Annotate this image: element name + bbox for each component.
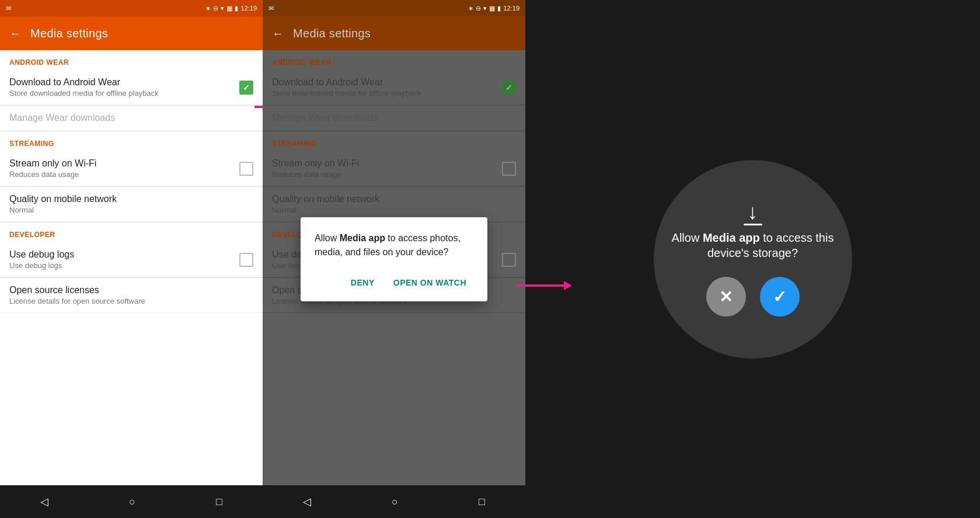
section-header-android-wear: ANDROID WEAR <box>0 50 263 70</box>
dialog-app-name: Media app <box>340 233 385 243</box>
signal-icon: ▦ <box>226 5 232 12</box>
setting-item-download-wear[interactable]: Download to Android Wear Store downloade… <box>0 70 263 105</box>
section-header-developer: DEVELOPER <box>0 223 263 242</box>
open-on-watch-button[interactable]: OPEN ON WATCH <box>386 273 473 292</box>
setting-text-debug: Use debug logs Use debug logs <box>9 249 239 270</box>
download-arrow-icon: ↓ <box>748 201 758 223</box>
bluetooth-icon: ∗ <box>205 5 211 12</box>
time-1: 12:19 <box>240 5 257 12</box>
setting-title-manage-wear: Manage Wear downloads <box>9 113 253 123</box>
setting-title-stream-wifi: Stream only on Wi-Fi <box>9 158 239 169</box>
wear-circle: ↓ Allow Media app to access this device'… <box>654 160 852 359</box>
status-bar-left-1: ✉ <box>6 5 11 12</box>
wear-deny-button[interactable]: ✕ <box>706 277 746 317</box>
wear-buttons: ✕ ✓ <box>706 277 800 317</box>
nav-bar-1: ◁ ○ □ <box>0 485 263 518</box>
setting-text-opensource: Open source licenses License details for… <box>9 285 253 305</box>
setting-text-manage-wear: Manage Wear downloads <box>9 113 253 123</box>
setting-sub-stream-wifi: Reduces data usage <box>9 170 239 179</box>
setting-sub-quality: Normal <box>9 206 253 214</box>
setting-text-quality: Quality on mobile network Normal <box>9 194 253 214</box>
checkbox-stream-wifi[interactable] <box>239 162 253 176</box>
wear-deny-icon: ✕ <box>719 287 733 307</box>
dialog-overlay: Allow Media app to access photos, media,… <box>263 0 525 518</box>
screen1: ✉ ∗ ⊖ ▾ ▦ ▮ 12:19 ← Media settings ANDRO… <box>0 0 263 518</box>
wear-allow-icon: ✓ <box>773 287 786 307</box>
battery-icon: ▮ <box>235 5 238 12</box>
content-1: ANDROID WEAR Download to Android Wear St… <box>0 50 263 485</box>
setting-item-stream-wifi[interactable]: Stream only on Wi-Fi Reduces data usage <box>0 151 263 186</box>
checkbox-debug[interactable] <box>239 253 253 267</box>
setting-item-debug[interactable]: Use debug logs Use debug logs <box>0 242 263 277</box>
minus-icon: ⊖ <box>213 5 218 12</box>
setting-title-download-wear: Download to Android Wear <box>9 77 239 88</box>
back-button-1[interactable]: ← <box>9 27 21 40</box>
app-bar-1: ← Media settings <box>0 16 263 50</box>
dialog-actions: DENY OPEN ON WATCH <box>315 273 473 292</box>
status-bar-1: ✉ ∗ ⊖ ▾ ▦ ▮ 12:19 <box>0 0 263 16</box>
nav-home-1[interactable]: ○ <box>117 491 147 513</box>
setting-text-download-wear: Download to Android Wear Store downloade… <box>9 77 239 98</box>
download-bar-icon <box>744 224 762 225</box>
setting-item-opensource[interactable]: Open source licenses License details for… <box>0 278 263 313</box>
dialog-text-prefix: Allow <box>315 233 340 243</box>
setting-item-quality[interactable]: Quality on mobile network Normal <box>0 187 263 222</box>
deny-button[interactable]: DENY <box>344 273 382 292</box>
arrow-1 <box>254 102 263 112</box>
setting-sub-opensource: License details for open source software <box>9 297 253 305</box>
wear-download-icon: ↓ <box>744 201 762 225</box>
status-bar-right-1: ∗ ⊖ ▾ ▦ ▮ 12:19 <box>205 5 257 12</box>
screen2-wrapper: ✉ ∗ ⊖ ▾ ▦ ▮ 12:19 ← Media settings ANDRO… <box>263 0 525 518</box>
app-bar-title-1: Media settings <box>30 27 108 40</box>
dialog-message: Allow Media app to access photos, media,… <box>315 231 473 259</box>
setting-sub-download-wear: Store downloaded media for offline playb… <box>9 89 239 98</box>
setting-sub-debug: Use debug logs <box>9 261 239 270</box>
wear-permission-text: Allow Media app to access this device's … <box>671 230 835 260</box>
wear-screen: ↓ Allow Media app to access this device'… <box>525 160 980 359</box>
permission-dialog: Allow Media app to access photos, media,… <box>301 217 487 301</box>
nav-recent-1[interactable]: □ <box>204 491 234 513</box>
setting-text-stream-wifi: Stream only on Wi-Fi Reduces data usage <box>9 158 239 179</box>
section-header-streaming: STREAMING <box>0 131 263 151</box>
setting-title-opensource: Open source licenses <box>9 285 253 295</box>
wear-text-allow: Allow <box>672 231 703 244</box>
wear-app-name: Media app <box>703 231 760 244</box>
setting-title-debug: Use debug logs <box>9 249 239 260</box>
nav-back-1[interactable]: ◁ <box>29 491 60 513</box>
setting-title-quality: Quality on mobile network <box>9 194 253 204</box>
wifi-icon: ▾ <box>221 5 224 12</box>
wear-allow-button[interactable]: ✓ <box>760 277 800 317</box>
checkbox-download-wear[interactable] <box>239 81 253 95</box>
arrow-2 <box>517 281 572 290</box>
setting-item-manage-wear[interactable]: Manage Wear downloads <box>0 106 263 131</box>
mail-icon: ✉ <box>6 5 11 12</box>
